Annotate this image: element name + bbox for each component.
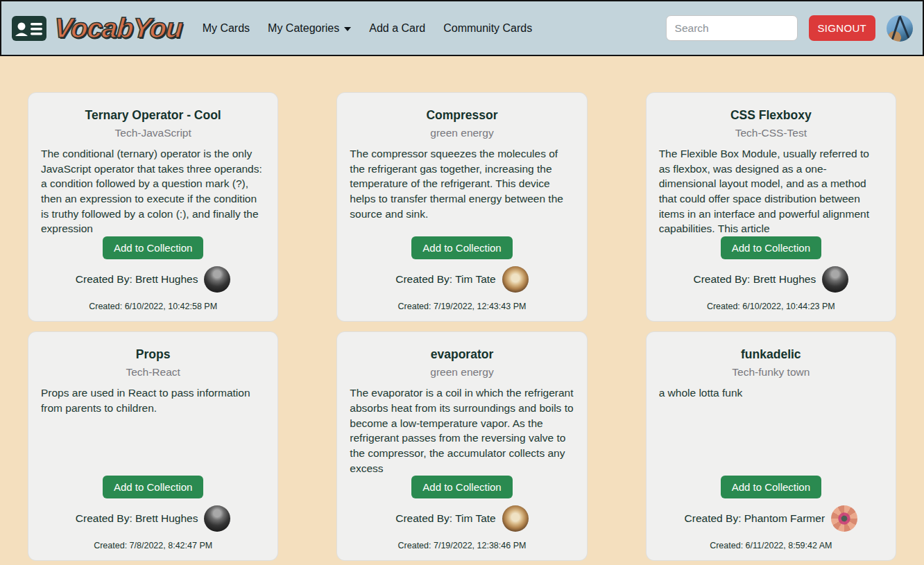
vocab-card: Ternary Operator - Cool Tech-JavaScript …	[28, 92, 278, 322]
add-to-collection-button[interactable]: Add to Collection	[411, 236, 512, 259]
card-footer: Add to Collection Created By: Brett Hugh…	[41, 476, 265, 550]
creator-avatar	[822, 266, 848, 293]
nav-item-label: My Categories	[268, 22, 339, 35]
created-by-text: Created By: Tim Tate	[395, 273, 495, 286]
creator-row: Created By: Tim Tate	[350, 505, 574, 532]
add-to-collection-button[interactable]: Add to Collection	[103, 476, 203, 498]
nav-item-community-cards[interactable]: Community Cards	[434, 17, 541, 40]
card-title: evaporator	[350, 347, 574, 362]
created-timestamp: Created: 6/10/2022, 10:42:58 PM	[41, 302, 265, 311]
card-category: Tech-funky town	[659, 366, 883, 379]
creator-row: Created By: Brett Hughes	[41, 505, 265, 532]
created-timestamp: Created: 7/19/2022, 12:38:46 PM	[350, 541, 574, 550]
card-footer: Add to Collection Created By: Brett Hugh…	[659, 236, 883, 311]
created-timestamp: Created: 6/11/2022, 8:59:42 AM	[659, 541, 883, 550]
created-by-text: Created By: Brett Hughes	[694, 273, 816, 286]
nav-links: My Cards My Categories Add a Card Commun…	[194, 17, 542, 40]
created-timestamp: Created: 6/10/2022, 10:44:23 PM	[659, 302, 883, 311]
card-title: CSS Flexboxy	[659, 108, 883, 123]
card-footer: Add to Collection Created By: Tim Tate C…	[350, 236, 574, 311]
navbar-right: SIGNOUT	[666, 15, 913, 42]
created-by-text: Created By: Phantom Farmer	[685, 512, 825, 525]
nav-item-add-a-card[interactable]: Add a Card	[360, 17, 434, 40]
creator-row: Created By: Phantom Farmer	[659, 505, 883, 532]
card-category: Tech-CSS-Test	[659, 127, 883, 139]
add-to-collection-button[interactable]: Add to Collection	[103, 236, 203, 259]
nav-item-label: Add a Card	[369, 22, 425, 35]
card-description: The compressor squeezes the molecules of…	[350, 146, 574, 221]
created-timestamp: Created: 7/8/2022, 8:42:47 PM	[41, 541, 265, 550]
nav-item-my-categories[interactable]: My Categories	[259, 17, 360, 40]
nav-item-my-cards[interactable]: My Cards	[194, 17, 259, 40]
creator-row: Created By: Brett Hughes	[659, 266, 883, 293]
card-title: Props	[41, 347, 265, 362]
card-title: Ternary Operator - Cool	[41, 108, 265, 123]
vocab-card: evaporator green energy The evaporator i…	[336, 331, 587, 561]
creator-row: Created By: Brett Hughes	[41, 266, 265, 293]
search-input[interactable]	[666, 15, 798, 41]
user-avatar[interactable]	[887, 15, 913, 42]
created-by-text: Created By: Brett Hughes	[76, 273, 198, 286]
vocab-card: CSS Flexboxy Tech-CSS-Test The Flexible …	[646, 92, 896, 322]
card-description: The Flexible Box Module, usually referre…	[659, 146, 883, 236]
creator-avatar	[502, 266, 529, 293]
card-description: The conditional (ternary) operator is th…	[41, 146, 265, 236]
card-footer: Add to Collection Created By: Tim Tate C…	[350, 476, 574, 550]
creator-avatar	[502, 505, 529, 532]
card-footer: Add to Collection Created By: Phantom Fa…	[659, 476, 883, 550]
card-title: Compressor	[350, 108, 574, 123]
card-title: funkadelic	[659, 347, 883, 362]
card-description: Props are used in React to pass informat…	[41, 385, 265, 415]
card-footer: Add to Collection Created By: Brett Hugh…	[41, 236, 265, 311]
brand-logo[interactable]: VocabYou	[11, 12, 188, 44]
card-category: green energy	[350, 127, 574, 139]
id-card-icon	[11, 14, 47, 43]
vocab-card: Compressor green energy The compressor s…	[336, 92, 587, 322]
navbar: VocabYou My Cards My Categories Add a Ca…	[0, 0, 924, 56]
card-category: Tech-React	[41, 366, 265, 379]
nav-item-label: My Cards	[203, 22, 250, 35]
nav-item-label: Community Cards	[443, 22, 532, 35]
card-category: green energy	[350, 366, 574, 379]
creator-row: Created By: Tim Tate	[350, 266, 574, 293]
card-grid: Ternary Operator - Cool Tech-JavaScript …	[0, 56, 924, 561]
creator-avatar	[204, 505, 230, 532]
creator-avatar	[204, 266, 230, 293]
vocab-card: funkadelic Tech-funky town a whole lotta…	[646, 331, 896, 561]
card-description: a whole lotta funk	[659, 385, 883, 401]
signout-button[interactable]: SIGNOUT	[809, 15, 875, 41]
card-category: Tech-JavaScript	[41, 127, 265, 139]
brand-wordmark: VocabYou	[53, 12, 189, 44]
card-description: The evaporator is a coil in which the re…	[350, 385, 574, 476]
chevron-down-icon	[344, 27, 351, 31]
created-by-text: Created By: Brett Hughes	[76, 512, 198, 525]
vocab-card: Props Tech-React Props are used in React…	[28, 331, 278, 561]
add-to-collection-button[interactable]: Add to Collection	[721, 236, 821, 259]
creator-avatar	[831, 505, 857, 532]
add-to-collection-button[interactable]: Add to Collection	[411, 476, 512, 498]
created-by-text: Created By: Tim Tate	[395, 512, 495, 525]
created-timestamp: Created: 7/19/2022, 12:43:43 PM	[350, 302, 574, 311]
add-to-collection-button[interactable]: Add to Collection	[721, 476, 821, 498]
